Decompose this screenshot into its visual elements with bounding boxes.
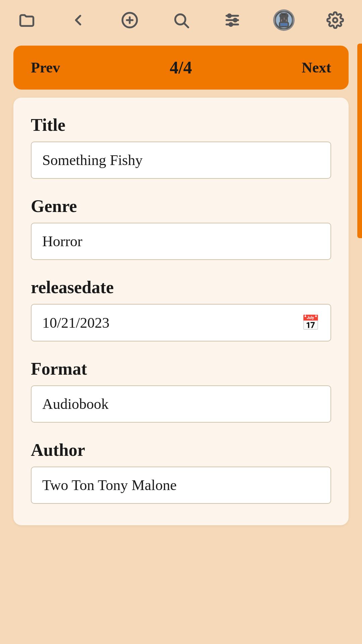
releasedate-input[interactable]: 10/21/2023 📅 bbox=[31, 304, 331, 341]
svg-rect-16 bbox=[280, 22, 288, 27]
author-input[interactable] bbox=[31, 467, 331, 504]
genre-input[interactable] bbox=[31, 223, 331, 260]
next-button[interactable]: Next bbox=[302, 59, 331, 76]
back-button[interactable] bbox=[67, 9, 89, 31]
calendar-icon: 📅 bbox=[301, 314, 320, 331]
genre-field-group: Genre bbox=[31, 196, 331, 260]
author-label: Author bbox=[31, 440, 331, 460]
svg-point-10 bbox=[230, 23, 233, 26]
svg-point-9 bbox=[234, 19, 237, 22]
search-button[interactable] bbox=[170, 9, 192, 31]
svg-rect-14 bbox=[285, 17, 287, 19]
releasedate-label: releasedate bbox=[31, 277, 331, 297]
prev-button[interactable]: Prev bbox=[31, 59, 60, 76]
format-input[interactable] bbox=[31, 385, 331, 423]
filter-button[interactable] bbox=[222, 9, 243, 31]
releasedate-field-group: releasedate 10/21/2023 📅 bbox=[31, 277, 331, 341]
pagination-bar: Prev 4/4 Next bbox=[13, 46, 349, 90]
title-field-group: Title bbox=[31, 115, 331, 179]
avatar-button[interactable] bbox=[273, 9, 295, 31]
svg-point-8 bbox=[228, 14, 231, 17]
releasedate-value: 10/21/2023 bbox=[42, 314, 109, 331]
format-field-group: Format bbox=[31, 359, 331, 423]
page-indicator: 4/4 bbox=[170, 58, 192, 77]
svg-rect-15 bbox=[282, 20, 286, 21]
svg-rect-18 bbox=[281, 14, 287, 16]
svg-rect-13 bbox=[282, 17, 283, 19]
folder-button[interactable] bbox=[16, 9, 38, 31]
svg-line-4 bbox=[184, 23, 188, 28]
scroll-indicator[interactable] bbox=[357, 44, 362, 238]
add-button[interactable] bbox=[119, 9, 140, 31]
title-input[interactable] bbox=[31, 142, 331, 179]
svg-point-19 bbox=[333, 18, 337, 22]
main-card: Title Genre releasedate 10/21/2023 📅 For… bbox=[13, 98, 349, 525]
settings-button[interactable] bbox=[324, 9, 346, 31]
format-label: Format bbox=[31, 359, 331, 379]
author-field-group: Author bbox=[31, 440, 331, 504]
genre-label: Genre bbox=[31, 196, 331, 216]
title-label: Title bbox=[31, 115, 331, 135]
top-bar bbox=[0, 0, 362, 38]
